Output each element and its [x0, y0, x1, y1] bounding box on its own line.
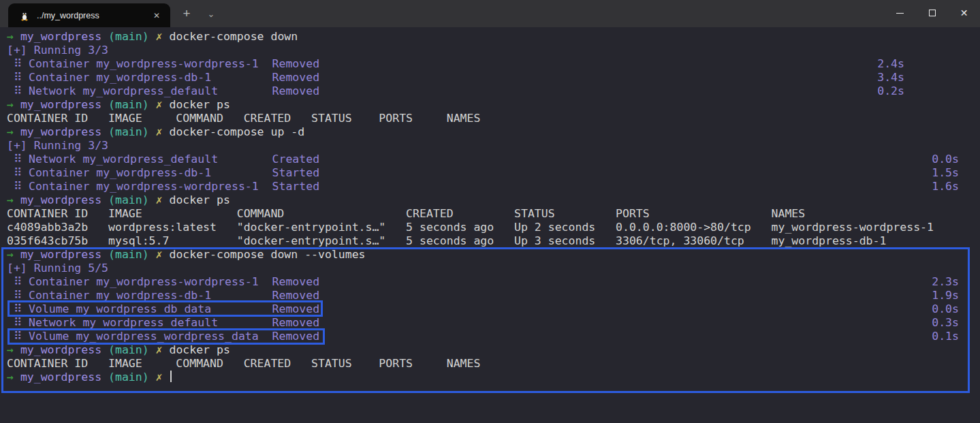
- compose-timer: 2.4s: [877, 57, 904, 71]
- prompt-line: → my_wordpress (main) ✗ docker-compose u…: [7, 125, 980, 139]
- compose-timer: 0.0s: [932, 302, 959, 316]
- minimize-icon: [896, 13, 904, 14]
- close-icon: ✕: [960, 8, 968, 18]
- titlebar: ../my_wordpress ✕ + ⌄ ✕: [0, 0, 980, 27]
- compose-item-line: ⠿ Container my_wordpress-wordpress-1 Rem…: [7, 57, 980, 71]
- docker-ps-row: c4089abb3a2b wordpress:latest "docker-en…: [7, 221, 980, 234]
- terminal-tab[interactable]: ../my_wordpress ✕: [8, 3, 170, 27]
- compose-timer: 1.9s: [932, 289, 959, 302]
- compose-timer: 2.3s: [932, 275, 959, 289]
- compose-item-line-volume-db-data: ⠿ Volume my_wordpress_db_data Removed0.0…: [7, 302, 980, 316]
- compose-progress-line: [+] Running 3/3: [7, 44, 980, 57]
- compose-item-line: ⠿ Container my_wordpress-db-1 Removed3.4…: [7, 71, 980, 84]
- prompt-line: → my_wordpress (main) ✗ docker ps: [7, 343, 980, 357]
- compose-timer: 0.1s: [932, 330, 959, 343]
- compose-item-line-volume-wordpress-data: ⠿ Volume my_wordpress_wordpress_data Rem…: [7, 330, 980, 343]
- compose-timer: 1.6s: [932, 180, 959, 193]
- maximize-button[interactable]: [916, 0, 948, 26]
- new-tab-button[interactable]: +: [178, 5, 195, 22]
- compose-timer: 0.2s: [877, 84, 904, 98]
- compose-item-line: ⠿ Container my_wordpress-db-1 Removed1.9…: [7, 289, 980, 302]
- compose-timer: 1.5s: [932, 166, 959, 180]
- window-controls: ✕: [884, 0, 980, 26]
- compose-progress-line: [+] Running 3/3: [7, 139, 980, 153]
- terminal-lines: → my_wordpress (main) ✗ docker-compose d…: [7, 30, 980, 384]
- tab-dropdown-icon[interactable]: ⌄: [203, 5, 219, 23]
- prompt-line: → my_wordpress (main) ✗ docker-compose d…: [7, 248, 980, 262]
- compose-item-line: ⠿ Container my_wordpress-db-1 Started1.5…: [7, 166, 980, 180]
- prompt-line: → my_wordpress (main) ✗: [7, 371, 980, 384]
- compose-timer: 3.4s: [877, 71, 904, 84]
- compose-item-line: ⠿ Network my_wordpress_default Removed0.…: [7, 84, 980, 98]
- compose-item-line: ⠿ Network my_wordpress_default Created0.…: [7, 153, 980, 166]
- prompt-line: → my_wordpress (main) ✗ docker ps: [7, 98, 980, 112]
- compose-item-line: ⠿ Container my_wordpress-wordpress-1 Sta…: [7, 180, 980, 193]
- compose-timer: 0.3s: [932, 316, 959, 330]
- compose-timer: 0.0s: [932, 153, 959, 166]
- tab-title: ../my_wordpress: [37, 11, 150, 20]
- terminal[interactable]: → my_wordpress (main) ✗ docker-compose d…: [0, 27, 980, 423]
- maximize-icon: [929, 10, 936, 16]
- docker-ps-header-line: CONTAINER ID IMAGE COMMAND CREATED STATU…: [7, 112, 980, 125]
- tab-close-icon[interactable]: ✕: [150, 10, 163, 22]
- terminal-cursor: [170, 371, 172, 382]
- docker-ps-header-line: CONTAINER ID IMAGE COMMAND CREATED STATU…: [7, 357, 980, 371]
- docker-ps-header-line: CONTAINER ID IMAGE COMMAND CREATED STATU…: [7, 207, 980, 221]
- compose-item-line: ⠿ Container my_wordpress-wordpress-1 Rem…: [7, 275, 980, 289]
- tux-linux-icon: [19, 10, 30, 21]
- compose-item-line: ⠿ Network my_wordpress_default Removed0.…: [7, 316, 980, 330]
- close-button[interactable]: ✕: [948, 0, 980, 26]
- docker-ps-row: 035f643cb75b mysql:5.7 "docker-entrypoin…: [7, 234, 980, 248]
- prompt-line: → my_wordpress (main) ✗ docker-compose d…: [7, 30, 980, 44]
- prompt-line: → my_wordpress (main) ✗ docker ps: [7, 193, 980, 207]
- compose-progress-line: [+] Running 5/5: [7, 262, 980, 275]
- minimize-button[interactable]: [884, 0, 916, 26]
